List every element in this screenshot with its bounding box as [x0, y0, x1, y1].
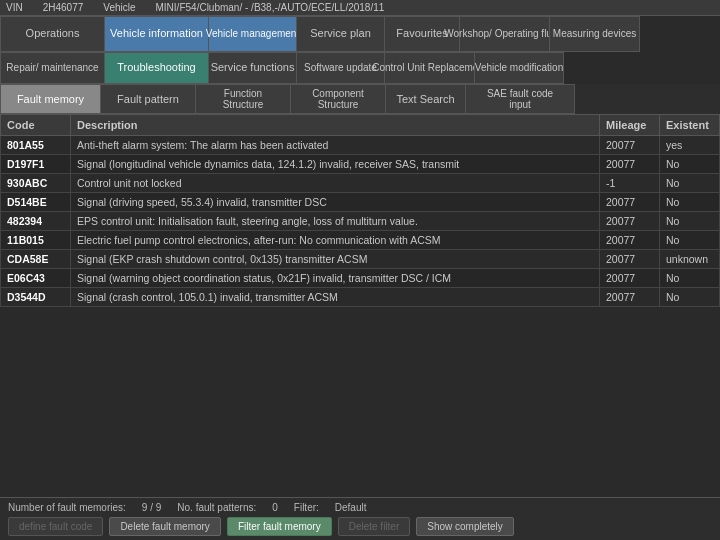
- cell-description: Signal (EKP crash shutdown control, 0x13…: [71, 250, 600, 269]
- cell-mileage: 20077: [600, 250, 660, 269]
- tab-operations[interactable]: Operations: [0, 16, 104, 52]
- cell-code: D514BE: [1, 193, 71, 212]
- cell-mileage: 20077: [600, 193, 660, 212]
- status-line: Number of fault memories: 9 / 9 No. faul…: [8, 502, 712, 513]
- subtab-text-search[interactable]: Text Search: [385, 84, 465, 114]
- subtab-component-structure[interactable]: Component Structure: [290, 84, 385, 114]
- cell-code: 482394: [1, 212, 71, 231]
- table-row[interactable]: 482394EPS control unit: Initialisation f…: [1, 212, 720, 231]
- cell-description: Signal (warning object coordination stat…: [71, 269, 600, 288]
- define-fault-button[interactable]: define fault code: [8, 517, 103, 536]
- col-header-description: Description: [71, 115, 600, 136]
- filter-value: Default: [335, 502, 367, 513]
- vin-bar: VIN 2H46077 Vehicle MINI/F54/Clubman/ - …: [0, 0, 720, 16]
- table-row[interactable]: D197F1Signal (longitudinal vehicle dynam…: [1, 155, 720, 174]
- subtab-fault-pattern[interactable]: Fault pattern: [100, 84, 195, 114]
- cell-existent: No: [660, 269, 720, 288]
- cell-existent: No: [660, 193, 720, 212]
- fault-memories-label: Number of fault memories:: [8, 502, 126, 513]
- tab-service-functions[interactable]: Service functions: [208, 52, 296, 84]
- col-header-mileage: Mileage: [600, 115, 660, 136]
- cell-description: Signal (driving speed, 55.3.4) invalid, …: [71, 193, 600, 212]
- sub-tab-row: Fault memory Fault pattern Function Stru…: [0, 84, 720, 114]
- delete-filter-button[interactable]: Delete filter: [338, 517, 411, 536]
- cell-existent: No: [660, 174, 720, 193]
- tab-vehicle-mgmt[interactable]: Vehicle management: [208, 16, 296, 52]
- cell-existent: No: [660, 155, 720, 174]
- cell-code: 801A55: [1, 136, 71, 155]
- fault-table-container: Code Description Mileage Existent 801A55…: [0, 114, 720, 497]
- cell-description: Control unit not locked: [71, 174, 600, 193]
- table-row[interactable]: 930ABCControl unit not locked-1No: [1, 174, 720, 193]
- cell-mileage: 20077: [600, 231, 660, 250]
- cell-code: CDA58E: [1, 250, 71, 269]
- cell-mileage: -1: [600, 174, 660, 193]
- table-row[interactable]: CDA58ESignal (EKP crash shutdown control…: [1, 250, 720, 269]
- subtab-fault-memory[interactable]: Fault memory: [0, 84, 100, 114]
- tab-vehicle-mod[interactable]: Vehicle modification: [474, 52, 564, 84]
- cell-existent: No: [660, 212, 720, 231]
- tab-control-unit[interactable]: Control Unit Replacement: [384, 52, 474, 84]
- bottom-bar: Number of fault memories: 9 / 9 No. faul…: [0, 497, 720, 540]
- cell-mileage: 20077: [600, 155, 660, 174]
- cell-description: EPS control unit: Initialisation fault, …: [71, 212, 600, 231]
- tab-repair[interactable]: Repair/ maintenance: [0, 52, 104, 84]
- cell-description: Anti-theft alarm system: The alarm has b…: [71, 136, 600, 155]
- vin-value: 2H46077: [43, 2, 84, 13]
- subtab-sae-fault[interactable]: SAE fault code input: [465, 84, 575, 114]
- cell-code: 930ABC: [1, 174, 71, 193]
- cell-existent: unknown: [660, 250, 720, 269]
- table-row[interactable]: E06C43Signal (warning object coordinatio…: [1, 269, 720, 288]
- nav-row2: Repair/ maintenance Troubleshooting Serv…: [0, 52, 720, 84]
- tab-vehicle-info[interactable]: Vehicle information: [104, 16, 208, 52]
- cell-existent: No: [660, 231, 720, 250]
- cell-description: Electric fuel pump control electronics, …: [71, 231, 600, 250]
- cell-mileage: 20077: [600, 269, 660, 288]
- fault-patterns-label: No. fault patterns:: [177, 502, 256, 513]
- cell-description: Signal (longitudinal vehicle dynamics da…: [71, 155, 600, 174]
- tab-software-update[interactable]: Software update: [296, 52, 384, 84]
- tab-workshop[interactable]: Workshop/ Operating fluids: [459, 16, 549, 52]
- cell-mileage: 20077: [600, 212, 660, 231]
- action-buttons: define fault code Delete fault memory Fi…: [8, 517, 712, 536]
- cell-code: 11B015: [1, 231, 71, 250]
- vin-label: VIN: [6, 2, 23, 13]
- vehicle-value: MINI/F54/Clubman/ - /B38,-/AUTO/ECE/LL/2…: [156, 2, 385, 13]
- subtab-function-structure[interactable]: Function Structure: [195, 84, 290, 114]
- table-row[interactable]: 11B015Electric fuel pump control electro…: [1, 231, 720, 250]
- col-header-code: Code: [1, 115, 71, 136]
- cell-existent: No: [660, 288, 720, 307]
- cell-description: Signal (crash control, 105.0.1) invalid,…: [71, 288, 600, 307]
- tab-measuring[interactable]: Measuring devices: [549, 16, 640, 52]
- cell-code: E06C43: [1, 269, 71, 288]
- vehicle-label: Vehicle: [103, 2, 135, 13]
- fault-memories-value: 9 / 9: [142, 502, 161, 513]
- nav-row1: Operations Vehicle information Vehicle m…: [0, 16, 720, 52]
- fault-patterns-value: 0: [272, 502, 278, 513]
- cell-existent: yes: [660, 136, 720, 155]
- cell-code: D197F1: [1, 155, 71, 174]
- table-row[interactable]: D3544DSignal (crash control, 105.0.1) in…: [1, 288, 720, 307]
- table-header-row: Code Description Mileage Existent: [1, 115, 720, 136]
- filter-fault-button[interactable]: Filter fault memory: [227, 517, 332, 536]
- show-completely-button[interactable]: Show completely: [416, 517, 514, 536]
- cell-mileage: 20077: [600, 288, 660, 307]
- main-screen: VIN 2H46077 Vehicle MINI/F54/Clubman/ - …: [0, 0, 720, 540]
- tab-service-plan[interactable]: Service plan: [296, 16, 384, 52]
- filter-label: Filter:: [294, 502, 319, 513]
- tab-troubleshooting[interactable]: Troubleshooting: [104, 52, 208, 84]
- cell-mileage: 20077: [600, 136, 660, 155]
- cell-code: D3544D: [1, 288, 71, 307]
- delete-fault-button[interactable]: Delete fault memory: [109, 517, 220, 536]
- col-header-existent: Existent: [660, 115, 720, 136]
- table-row[interactable]: 801A55Anti-theft alarm system: The alarm…: [1, 136, 720, 155]
- fault-table: Code Description Mileage Existent 801A55…: [0, 114, 720, 307]
- table-row[interactable]: D514BESignal (driving speed, 55.3.4) inv…: [1, 193, 720, 212]
